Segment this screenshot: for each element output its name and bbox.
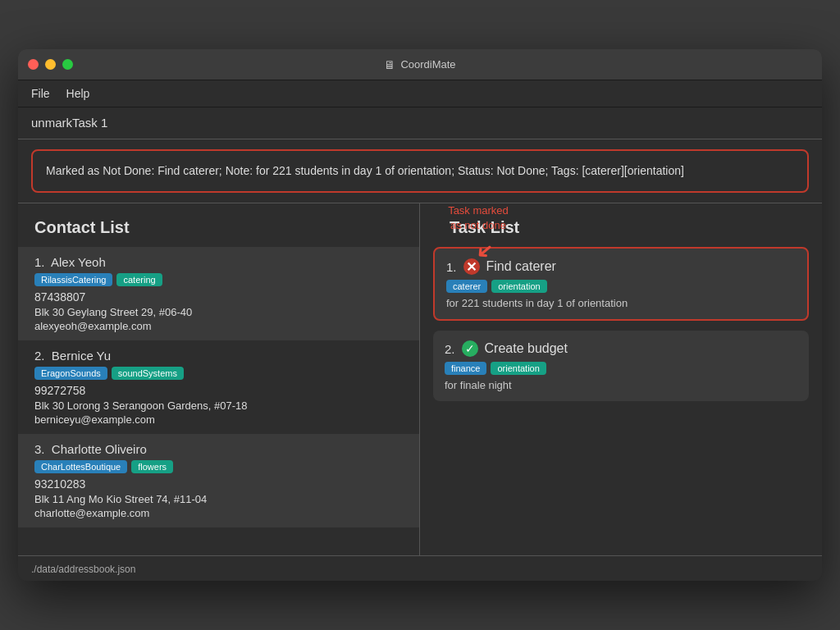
task-title: Find caterer xyxy=(486,259,556,274)
contact-name: 2. Bernice Yu xyxy=(34,349,403,363)
task-tags: caterer orientation xyxy=(446,280,796,293)
contact-name: 3. Charlotte Oliveiro xyxy=(34,442,403,456)
contact-address: Blk 30 Geylang Street 29, #06-40 xyxy=(34,306,403,318)
tag: orientation xyxy=(491,362,546,375)
command-bar: unmarkTask 1 xyxy=(18,107,822,139)
app-window: 🖥 CoordiMate File Help unmarkTask 1 Mark… xyxy=(18,49,822,581)
window-title: 🖥 CoordiMate xyxy=(384,58,455,71)
status-text: ./data/addressbook.json xyxy=(31,564,135,575)
maximize-button[interactable] xyxy=(62,59,73,70)
menu-help[interactable]: Help xyxy=(66,87,90,100)
contact-list-title: Contact List xyxy=(18,212,419,247)
tag: orientation xyxy=(491,280,546,293)
task-header: 2. ✓ Create budget xyxy=(445,340,797,357)
task-tags: finance orientation xyxy=(445,362,797,375)
contact-email: alexyeoh@example.com xyxy=(34,320,403,332)
task-title: Create budget xyxy=(485,341,568,356)
task-header: 1. ✕ Find caterer xyxy=(446,258,796,275)
task-number: 1. xyxy=(446,260,457,274)
contact-tags: RilassisCatering catering xyxy=(34,273,403,286)
tag: caterer xyxy=(446,280,487,293)
contact-phone: 99272758 xyxy=(34,384,403,397)
task-annotation: Task markedas not done xyxy=(433,203,523,233)
output-box: Marked as Not Done: Find caterer; Note: … xyxy=(31,149,809,193)
tag: CharLottesBoutique xyxy=(34,460,127,473)
app-icon: 🖥 xyxy=(384,58,395,71)
tag: EragonSounds xyxy=(34,367,107,380)
main-content: Contact List 1. Alex Yeoh RilassisCateri… xyxy=(18,203,822,555)
traffic-lights xyxy=(28,59,73,70)
contact-address: Blk 30 Lorong 3 Serangoon Gardens, #07-1… xyxy=(34,399,403,412)
contact-item[interactable]: 2. Bernice Yu EragonSounds soundSystems … xyxy=(18,340,419,434)
contact-phone: 87438807 xyxy=(34,290,403,304)
menu-file[interactable]: File xyxy=(31,87,50,100)
output-text: Marked as Not Done: Find caterer; Note: … xyxy=(46,164,684,177)
command-text: unmarkTask 1 xyxy=(31,116,107,130)
contact-email: berniceyu@example.com xyxy=(34,413,403,426)
tag: soundSystems xyxy=(112,367,184,380)
task-list-panel: Task markedas not done ➜ Task List 1. ✕ … xyxy=(420,203,822,555)
task-note: for 221 students in day 1 of orientation xyxy=(446,297,796,309)
contact-address: Blk 11 Ang Mo Kio Street 74, #11-04 xyxy=(34,493,403,505)
task-item[interactable]: 2. ✓ Create budget finance orientation f… xyxy=(433,331,809,401)
contact-name: 1. Alex Yeoh xyxy=(34,255,403,269)
contact-tags: CharLottesBoutique flowers xyxy=(34,460,403,473)
task-status-done-icon: ✓ xyxy=(462,340,478,357)
status-bar: ./data/addressbook.json xyxy=(18,555,822,581)
tag: flowers xyxy=(131,460,173,473)
tag: finance xyxy=(445,362,486,375)
task-note: for finale night xyxy=(445,379,797,391)
contact-item[interactable]: 3. Charlotte Oliveiro CharLottesBoutique… xyxy=(18,434,419,527)
task-number: 2. xyxy=(445,342,455,356)
contact-item[interactable]: 1. Alex Yeoh RilassisCatering catering 8… xyxy=(18,247,419,340)
minimize-button[interactable] xyxy=(45,59,56,70)
contact-tags: EragonSounds soundSystems xyxy=(34,367,403,380)
tag: catering xyxy=(116,273,162,286)
tag: RilassisCatering xyxy=(34,273,112,286)
task-status-not-done-icon: ✕ xyxy=(463,258,480,275)
contact-email: charlotte@example.com xyxy=(34,507,403,519)
contact-list-panel[interactable]: Contact List 1. Alex Yeoh RilassisCateri… xyxy=(18,203,420,555)
contact-phone: 93210283 xyxy=(34,477,403,491)
menu-bar: File Help xyxy=(18,80,822,107)
close-button[interactable] xyxy=(28,59,39,70)
title-bar: 🖥 CoordiMate xyxy=(18,49,822,80)
